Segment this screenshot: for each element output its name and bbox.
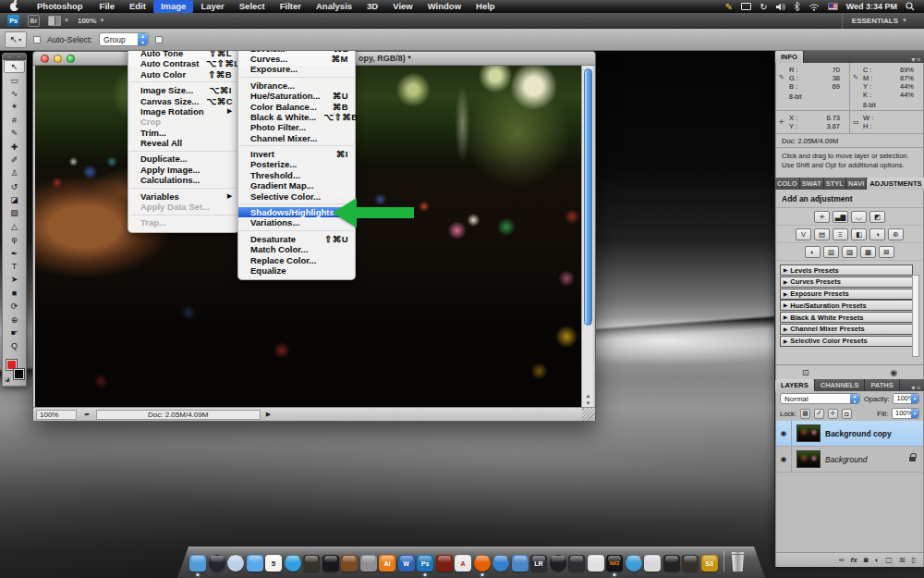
apple-menu-icon[interactable] <box>10 3 18 11</box>
dock-ical[interactable]: 5 <box>265 555 282 572</box>
window-resize-grip[interactable] <box>582 407 595 421</box>
brush-tool[interactable]: ✐ <box>3 154 26 166</box>
menubar-item-filter[interactable]: Filter <box>273 0 309 13</box>
dock-photo-stack-app[interactable] <box>644 555 661 572</box>
vertical-scrollbar[interactable]: ▲▼ <box>581 66 593 409</box>
sync-menu-icon[interactable]: ↻ <box>760 2 767 12</box>
move-tool[interactable]: ↖ <box>4 60 25 73</box>
menu-item-equalize[interactable]: Equalize <box>238 265 355 276</box>
dock-dashboard[interactable] <box>209 555 225 572</box>
menu-item-exposure[interactable]: Exposure... <box>238 64 355 74</box>
show-transform-controls-checkbox[interactable] <box>155 36 163 43</box>
hue-saturation-icon[interactable]: ▤ <box>814 228 830 240</box>
new-layer-icon[interactable]: ⊞ <box>899 556 906 564</box>
workspace-switcher[interactable]: ESSENTIALS▼ <box>842 13 917 29</box>
menubar-item-image[interactable]: Image <box>153 0 193 13</box>
gradient-tool[interactable]: ▧ <box>3 206 26 219</box>
fill-field[interactable]: 100%▾ <box>892 408 919 419</box>
channel-mixer-icon[interactable]: ⊛ <box>888 228 904 240</box>
dock-photoshop[interactable]: Ps <box>417 555 433 572</box>
menu-item-posterize[interactable]: Posterize... <box>238 159 355 169</box>
input-menu-icon[interactable]: ✎ <box>725 2 733 12</box>
invert-icon[interactable]: ◐ <box>805 246 821 258</box>
pen-tool[interactable]: ✒ <box>3 246 26 259</box>
bridge-button[interactable]: Br <box>28 15 40 27</box>
color-balance-icon[interactable]: Ξ <box>833 228 848 240</box>
blur-tool[interactable]: △ <box>3 220 26 233</box>
gradient-map-icon[interactable]: ▩ <box>860 246 876 258</box>
quick-selection-tool[interactable]: ✶ <box>3 100 26 113</box>
dock-capture-nx2[interactable]: NX2 <box>606 555 623 572</box>
menu-item-variables[interactable]: Variables▶ <box>128 191 238 201</box>
menubar-item-file[interactable]: File <box>92 0 122 13</box>
tab-adjustments[interactable]: ADJUSTMENTS <box>867 178 924 190</box>
dock-camera-red-app[interactable] <box>682 555 699 572</box>
menu-item-trim[interactable]: Trim... <box>128 128 238 138</box>
lock-all-icon[interactable]: ◘ <box>842 409 852 419</box>
eraser-tool[interactable]: ◪ <box>3 193 26 206</box>
menu-item-image-rotation[interactable]: Image Rotation▶ <box>128 106 238 117</box>
preset-channel-mixer[interactable]: ▶Channel Mixer Presets <box>780 324 913 335</box>
menu-item-apply-image[interactable]: Apply Image... <box>128 165 238 175</box>
selective-color-icon[interactable]: ⊠ <box>879 246 894 258</box>
menu-item-invert[interactable]: Invert⌘I <box>238 149 355 159</box>
dock-red-book-app[interactable] <box>436 555 453 572</box>
dock-garageband[interactable] <box>341 555 358 572</box>
tab-navigator[interactable]: NAVI <box>846 178 867 190</box>
menubar-item-help[interactable]: Help <box>468 0 503 13</box>
menu-item-channel-mixer[interactable]: Channel Mixer... <box>238 133 355 143</box>
add-mask-icon[interactable]: ◙ <box>864 556 869 564</box>
menu-item-image-size[interactable]: Image Size...⌥⌘I <box>128 85 238 95</box>
3d-rotate-tool[interactable]: ⟳ <box>3 300 26 313</box>
menubar-item-photoshop[interactable]: Photoshop <box>28 0 92 13</box>
lock-paint-icon[interactable]: ✐ <box>814 409 824 419</box>
levels-icon[interactable]: ▃▆ <box>833 211 848 223</box>
preset-selective-color[interactable]: ▶Selective Color Presets <box>780 336 913 347</box>
auto-select-mode-dropdown[interactable]: Group▲▼ <box>99 32 149 46</box>
dodge-tool[interactable]: φ <box>3 233 26 246</box>
dock-ichat[interactable] <box>247 555 263 572</box>
visibility-eye-icon[interactable]: ◉ <box>776 447 792 472</box>
menu-item-reveal-all[interactable]: Reveal All <box>128 138 238 148</box>
hand-tool[interactable]: ☛ <box>3 326 26 339</box>
dock-firefox[interactable] <box>474 555 491 572</box>
posterize-icon[interactable]: ▥ <box>823 246 839 258</box>
preset-black-white[interactable]: ▶Black & White Presets <box>780 312 913 323</box>
tab-layers[interactable]: LAYERS <box>775 379 815 391</box>
menu-item-black-white[interactable]: Black & White...⌥⇧⌘B <box>238 112 355 122</box>
clip-to-layer-icon[interactable]: ◉ <box>890 368 897 377</box>
dock-aperture[interactable] <box>550 555 566 572</box>
arrange-documents-button[interactable]: ▼ <box>48 16 69 26</box>
menu-item-desaturate[interactable]: Desaturate⇧⌘U <box>238 234 355 244</box>
input-language-flag-icon[interactable] <box>828 3 838 10</box>
zoom-tool[interactable]: Q <box>3 339 26 352</box>
history-brush-tool[interactable]: ↺ <box>3 180 26 193</box>
switch-panel-icon[interactable]: ⊡ <box>802 368 809 377</box>
layer-name[interactable]: Background <box>825 455 867 464</box>
tab-channels[interactable]: CHANNELS <box>815 379 866 391</box>
dock-swirl-app[interactable] <box>626 555 642 572</box>
blend-mode-dropdown[interactable]: Normal▲▼ <box>780 393 860 404</box>
tab-styles[interactable]: STYL <box>824 178 846 190</box>
dock-lightroom[interactable]: LR <box>530 555 547 572</box>
dock-media-app[interactable] <box>568 555 585 572</box>
menu-item-gradient-map[interactable]: Gradient Map... <box>238 180 355 191</box>
zoom-level-button[interactable]: 100%▼ <box>78 17 104 25</box>
dock-mosaic-app[interactable] <box>588 555 604 572</box>
status-zoom-field[interactable]: 100% <box>36 410 77 420</box>
curves-icon[interactable]: ◡ <box>851 211 867 223</box>
shape-tool[interactable]: ■ <box>3 287 26 300</box>
close-button[interactable] <box>41 55 49 63</box>
menu-item-threshold[interactable]: Threshold... <box>238 170 355 180</box>
clone-stamp-tool[interactable]: ♙ <box>3 166 26 179</box>
vertical-scrollbar-thumb[interactable] <box>584 68 592 326</box>
lock-transparency-icon[interactable]: ▩ <box>800 409 810 419</box>
layer-name[interactable]: Background copy <box>825 429 892 438</box>
layer-style-icon[interactable]: fx <box>851 556 857 564</box>
presets-scrollbar[interactable] <box>912 275 919 357</box>
menu-item-replace-color[interactable]: Replace Color... <box>238 254 355 264</box>
exposure-icon[interactable]: ◩ <box>869 211 885 223</box>
menubar-item-window[interactable]: Window <box>420 0 468 13</box>
crop-tool[interactable]: # <box>3 114 26 127</box>
new-adjustment-icon[interactable]: ◐ <box>874 556 879 564</box>
